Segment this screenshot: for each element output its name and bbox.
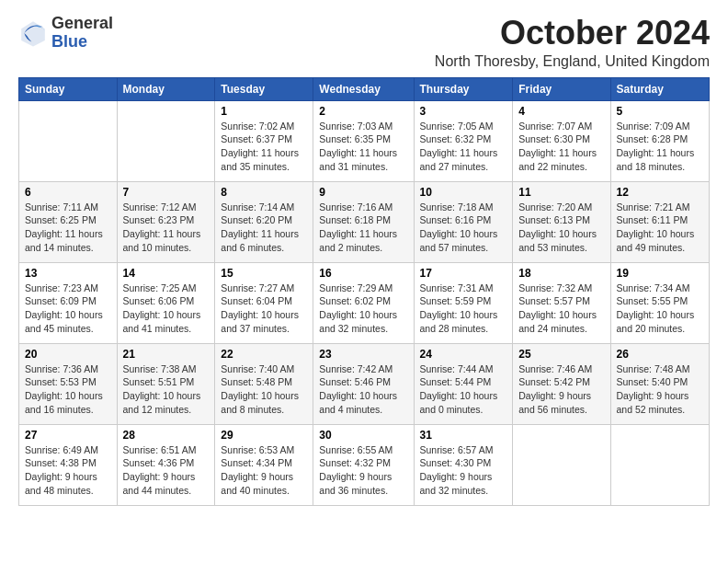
day-number: 19 (617, 267, 703, 280)
day-detail: Sunrise: 7:36 AMSunset: 5:53 PMDaylight:… (25, 362, 111, 417)
calendar-cell: 12Sunrise: 7:21 AMSunset: 6:11 PMDayligh… (610, 181, 709, 262)
day-number: 13 (25, 267, 111, 280)
day-detail: Sunrise: 7:25 AMSunset: 6:06 PMDaylight:… (123, 282, 210, 336)
day-number: 10 (420, 186, 507, 199)
calendar-week-row: 6Sunrise: 7:11 AMSunset: 6:25 PMDaylight… (19, 181, 710, 262)
calendar-cell (513, 424, 610, 505)
day-detail: Sunrise: 7:18 AMSunset: 6:16 PMDaylight:… (420, 201, 507, 255)
day-number: 1 (221, 105, 307, 118)
day-detail: Sunrise: 7:03 AMSunset: 6:35 PMDaylight:… (319, 120, 407, 174)
calendar-header-row: SundayMondayTuesdayWednesdayThursdayFrid… (19, 77, 710, 100)
calendar-cell: 19Sunrise: 7:34 AMSunset: 5:55 PMDayligh… (610, 262, 709, 343)
day-detail: Sunrise: 7:32 AMSunset: 5:57 PMDaylight:… (518, 282, 604, 336)
day-detail: Sunrise: 6:53 AMSunset: 4:34 PMDaylight:… (221, 443, 307, 498)
day-detail: Sunrise: 7:46 AMSunset: 5:42 PMDaylight:… (518, 362, 604, 417)
day-number: 28 (123, 429, 210, 442)
calendar-cell: 29Sunrise: 6:53 AMSunset: 4:34 PMDayligh… (215, 424, 313, 505)
day-detail: Sunrise: 7:21 AMSunset: 6:11 PMDaylight:… (617, 201, 703, 255)
month-title: October 2024 (435, 15, 710, 52)
day-number: 5 (617, 105, 703, 118)
calendar-cell (117, 100, 215, 181)
day-number: 14 (123, 267, 210, 280)
calendar-cell: 22Sunrise: 7:40 AMSunset: 5:48 PMDayligh… (215, 343, 313, 424)
calendar-week-row: 1Sunrise: 7:02 AMSunset: 6:37 PMDaylight… (19, 100, 710, 181)
day-number: 23 (319, 348, 407, 361)
calendar-cell: 6Sunrise: 7:11 AMSunset: 6:25 PMDaylight… (19, 181, 118, 262)
day-detail: Sunrise: 7:38 AMSunset: 5:51 PMDaylight:… (123, 362, 210, 417)
calendar-cell: 24Sunrise: 7:44 AMSunset: 5:44 PMDayligh… (414, 343, 513, 424)
day-number: 12 (617, 186, 703, 199)
day-detail: Sunrise: 6:55 AMSunset: 4:32 PMDaylight:… (319, 443, 407, 498)
calendar-cell: 30Sunrise: 6:55 AMSunset: 4:32 PMDayligh… (313, 424, 414, 505)
day-number: 22 (221, 348, 307, 361)
day-detail: Sunrise: 7:31 AMSunset: 5:59 PMDaylight:… (420, 282, 507, 336)
logo-text: General Blue (51, 15, 113, 52)
weekday-header-thursday: Thursday (414, 77, 513, 100)
day-number: 11 (518, 186, 604, 199)
day-number: 6 (25, 186, 111, 199)
calendar-cell: 7Sunrise: 7:12 AMSunset: 6:23 PMDaylight… (117, 181, 215, 262)
calendar-cell: 5Sunrise: 7:09 AMSunset: 6:28 PMDaylight… (610, 100, 709, 181)
day-number: 27 (25, 429, 111, 442)
day-number: 20 (25, 348, 111, 361)
day-number: 18 (518, 267, 604, 280)
calendar-cell: 13Sunrise: 7:23 AMSunset: 6:09 PMDayligh… (19, 262, 118, 343)
day-detail: Sunrise: 6:51 AMSunset: 4:36 PMDaylight:… (123, 443, 210, 498)
page: General Blue October 2024 North Thoresby… (0, 0, 728, 563)
calendar-cell: 18Sunrise: 7:32 AMSunset: 5:57 PMDayligh… (513, 262, 610, 343)
logo-blue-text: Blue (51, 33, 113, 52)
day-detail: Sunrise: 7:05 AMSunset: 6:32 PMDaylight:… (420, 120, 507, 174)
weekday-header-friday: Friday (513, 77, 610, 100)
day-number: 21 (123, 348, 210, 361)
day-detail: Sunrise: 7:12 AMSunset: 6:23 PMDaylight:… (123, 201, 210, 255)
calendar-week-row: 13Sunrise: 7:23 AMSunset: 6:09 PMDayligh… (19, 262, 710, 343)
calendar-cell: 8Sunrise: 7:14 AMSunset: 6:20 PMDaylight… (215, 181, 313, 262)
calendar-week-row: 27Sunrise: 6:49 AMSunset: 4:38 PMDayligh… (19, 424, 710, 505)
day-detail: Sunrise: 7:11 AMSunset: 6:25 PMDaylight:… (25, 201, 111, 255)
title-block: October 2024 North Thoresby, England, Un… (435, 15, 710, 70)
calendar-cell: 21Sunrise: 7:38 AMSunset: 5:51 PMDayligh… (117, 343, 215, 424)
calendar-cell: 28Sunrise: 6:51 AMSunset: 4:36 PMDayligh… (117, 424, 215, 505)
day-number: 26 (617, 348, 703, 361)
day-detail: Sunrise: 7:23 AMSunset: 6:09 PMDaylight:… (25, 282, 111, 336)
logo: General Blue (18, 15, 113, 52)
calendar-week-row: 20Sunrise: 7:36 AMSunset: 5:53 PMDayligh… (19, 343, 710, 424)
day-number: 16 (319, 267, 407, 280)
day-detail: Sunrise: 7:27 AMSunset: 6:04 PMDaylight:… (221, 282, 307, 336)
day-number: 30 (319, 429, 407, 442)
day-detail: Sunrise: 7:34 AMSunset: 5:55 PMDaylight:… (617, 282, 703, 336)
day-detail: Sunrise: 7:07 AMSunset: 6:30 PMDaylight:… (518, 120, 604, 174)
weekday-header-wednesday: Wednesday (313, 77, 414, 100)
calendar-cell (610, 424, 709, 505)
day-number: 8 (221, 186, 307, 199)
weekday-header-tuesday: Tuesday (215, 77, 313, 100)
day-detail: Sunrise: 7:14 AMSunset: 6:20 PMDaylight:… (221, 201, 307, 255)
calendar-cell: 3Sunrise: 7:05 AMSunset: 6:32 PMDaylight… (414, 100, 513, 181)
day-detail: Sunrise: 7:48 AMSunset: 5:40 PMDaylight:… (617, 362, 703, 417)
weekday-header-sunday: Sunday (19, 77, 118, 100)
calendar-cell: 1Sunrise: 7:02 AMSunset: 6:37 PMDaylight… (215, 100, 313, 181)
day-number: 2 (319, 105, 407, 118)
calendar-cell: 15Sunrise: 7:27 AMSunset: 6:04 PMDayligh… (215, 262, 313, 343)
day-detail: Sunrise: 7:40 AMSunset: 5:48 PMDaylight:… (221, 362, 307, 417)
day-detail: Sunrise: 7:44 AMSunset: 5:44 PMDaylight:… (420, 362, 507, 417)
day-number: 17 (420, 267, 507, 280)
weekday-header-saturday: Saturday (610, 77, 709, 100)
calendar-cell: 27Sunrise: 6:49 AMSunset: 4:38 PMDayligh… (19, 424, 118, 505)
day-number: 3 (420, 105, 507, 118)
day-number: 4 (518, 105, 604, 118)
calendar-cell: 14Sunrise: 7:25 AMSunset: 6:06 PMDayligh… (117, 262, 215, 343)
calendar-cell: 10Sunrise: 7:18 AMSunset: 6:16 PMDayligh… (414, 181, 513, 262)
day-number: 24 (420, 348, 507, 361)
day-number: 7 (123, 186, 210, 199)
day-number: 25 (518, 348, 604, 361)
day-detail: Sunrise: 6:57 AMSunset: 4:30 PMDaylight:… (420, 443, 507, 498)
day-number: 9 (319, 186, 407, 199)
calendar-cell: 17Sunrise: 7:31 AMSunset: 5:59 PMDayligh… (414, 262, 513, 343)
calendar-cell: 23Sunrise: 7:42 AMSunset: 5:46 PMDayligh… (313, 343, 414, 424)
calendar-table: SundayMondayTuesdayWednesdayThursdayFrid… (18, 77, 710, 506)
day-detail: Sunrise: 7:02 AMSunset: 6:37 PMDaylight:… (221, 120, 307, 174)
header: General Blue October 2024 North Thoresby… (18, 15, 710, 70)
calendar-cell: 31Sunrise: 6:57 AMSunset: 4:30 PMDayligh… (414, 424, 513, 505)
logo-general-text: General (51, 15, 113, 33)
